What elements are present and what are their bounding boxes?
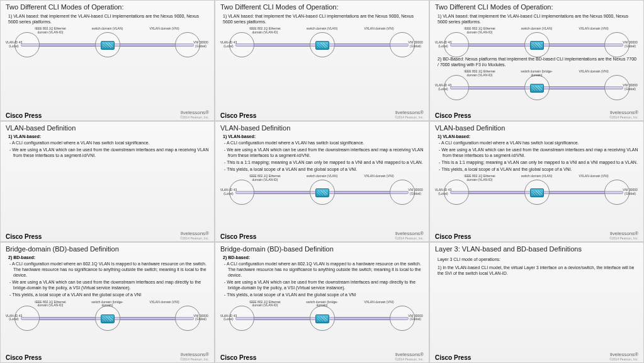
list-item: This yields, a local scope of a VLAN and…: [228, 292, 424, 297]
slide-title: Two Different CLI Modes of Operation:: [220, 3, 424, 11]
slide-title: Two Different CLI Modes of Operation:: [435, 3, 638, 11]
list-item: A CLI configuration model where an 802.1…: [13, 261, 209, 278]
slide-title: VLAN-based Definition: [435, 124, 638, 132]
list-item: A CLI configuration model where an 802.1…: [228, 261, 424, 278]
list-item: 1) VLAN based: that implement the VLAN-b…: [223, 13, 424, 25]
switch-icon: [530, 84, 544, 93]
list-item: 2) BD-Based: Nexus platforms that implem…: [438, 56, 638, 67]
diagram-vlan: IEEE 802.1Q Ethernet domain (VLAN-ID)swi…: [438, 28, 636, 55]
slide-4: VLAN-based Definition 1) VLAN-based: A C…: [0, 121, 215, 242]
slide-1: Two Different CLI Modes of Operation: 1)…: [0, 0, 215, 121]
diagram-bd: IEEE 802.1Q Ethernet domain (VLAN-ID)swi…: [438, 71, 636, 98]
diagram-vlan: IEEE 802.1Q Ethernet domain (VLAN-ID)swi…: [223, 176, 421, 206]
list-item: We are using a VLAN which can be used fr…: [228, 147, 424, 158]
list-item: We are using a VLAN which can be used fr…: [13, 279, 209, 291]
list-item: This yields, a local scope of a VLAN and…: [13, 292, 209, 297]
section-heading: Layer 3 CLI mode of operations:: [438, 256, 638, 262]
slide-title: Bridge-domain (BD)-based Definition: [6, 245, 209, 253]
list-item: A CLI configuration model where a VLAN h…: [228, 140, 424, 146]
list-item: A CLI configuration model where a VLAN h…: [443, 140, 638, 146]
slide-5: VLAN-based Definition 1) VLAN-based: A C…: [215, 121, 429, 242]
diagram-vlan: IEEE 802.1Q Ethernet domain (VLAN-ID) sw…: [223, 28, 421, 59]
section-heading: 2) BD-based:: [8, 255, 209, 260]
slide-3: Two Different CLI Modes of Operation: 1)…: [429, 0, 644, 121]
list-item: 1) In the VLAN-based CLI model, the virt…: [438, 265, 638, 276]
slide-6: VLAN-based Definition 1) VLAN-based: A C…: [429, 121, 644, 242]
list-item: This is a 1:1 mapping; meaning a VLAN ca…: [228, 159, 424, 165]
list-item: We are using a VLAN which can be used fr…: [443, 147, 638, 158]
list-item: A CLI configuration model where a VLAN h…: [13, 140, 209, 146]
slide-7: Bridge-domain (BD)-based Definition 2) B…: [0, 242, 215, 363]
slide-title: VLAN-based Definition: [6, 124, 209, 132]
list-item: We are using a VLAN which can be used fr…: [228, 279, 424, 291]
switch-icon: [315, 41, 329, 50]
section-heading: 1) VLAN-based:: [8, 134, 209, 139]
list-item: 1) VLAN based: that implement the VLAN-b…: [8, 13, 209, 25]
slide-8: Bridge-domain (BD)-based Definition 2) B…: [215, 242, 429, 363]
slide-9: Layer 3: VLAN-based and BD-based Definit…: [429, 242, 644, 363]
list-item: We are using a VLAN which can be used fr…: [13, 147, 209, 158]
diagram-vlan: IEEE 802.1Q Ethernet domain (VLAN-ID)swi…: [438, 176, 636, 206]
section-heading: 1) VLAN-based:: [438, 134, 638, 139]
diagram-bd: IEEE 802.1Q Ethernet domain (VLAN-ID)swi…: [8, 302, 206, 332]
switch-icon: [101, 314, 115, 323]
slide-2: Two Different CLI Modes of Operation: 1)…: [215, 0, 429, 121]
slide-title: Two Different CLI Modes of Operation:: [6, 3, 209, 11]
list-item: 1) VLAN based: that implement the VLAN-b…: [438, 13, 638, 25]
list-item: This yields, a local scope of a VLAN and…: [228, 166, 424, 172]
section-heading: 1) VLAN-based:: [223, 134, 424, 139]
switch-icon: [315, 314, 329, 323]
diagram-vlan: IEEE 802.1Q Ethernet domain (VLAN-ID) sw…: [8, 28, 206, 59]
diagram-bd: IEEE 802.1Q Ethernet domain (VLAN-ID)swi…: [223, 302, 421, 332]
switch-icon: [315, 188, 329, 197]
list-item: This is a 1:1 mapping; meaning a VLAN ca…: [443, 159, 638, 165]
switch-icon: [530, 41, 544, 50]
switch-icon: [101, 41, 115, 50]
slide-title: Bridge-domain (BD)-based Definition: [220, 245, 424, 253]
livelessons-label: livelessons®©2014 Pearson, Inc.: [180, 110, 209, 119]
section-heading: 2) BD-based:: [223, 255, 424, 260]
slide-title: Layer 3: VLAN-based and BD-based Definit…: [435, 245, 638, 253]
slide-title: VLAN-based Definition: [220, 124, 424, 132]
cisco-press-label: Cisco Press: [6, 112, 42, 119]
switch-icon: [530, 188, 544, 197]
list-item: This yields, a local scope of a VLAN and…: [443, 166, 638, 172]
